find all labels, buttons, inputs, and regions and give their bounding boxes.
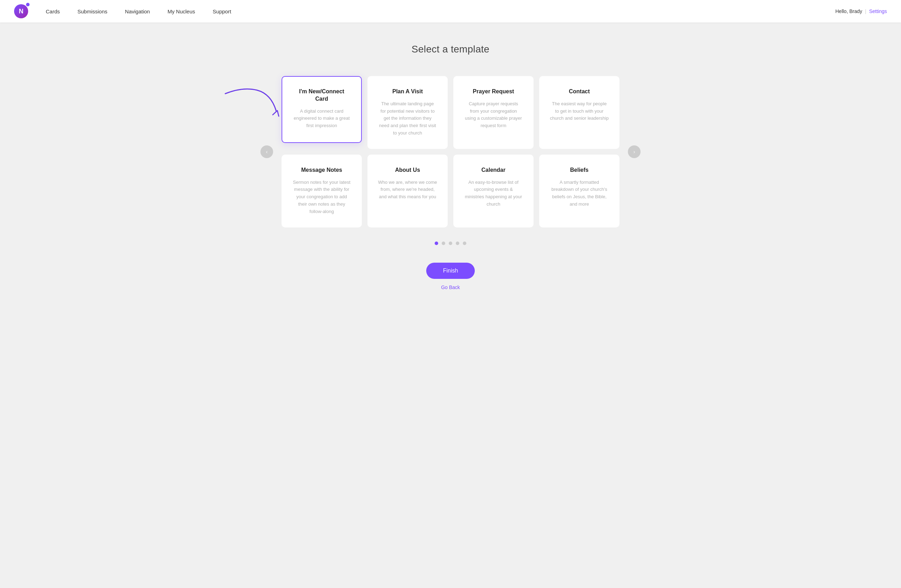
navbar: N Cards Submissions Navigation My Nucleu…	[0, 0, 901, 23]
go-back-link[interactable]: Go Back	[441, 284, 460, 290]
card-calendar[interactable]: Calendar An easy-to-browse list of upcom…	[453, 154, 533, 228]
card-wrapper-im-new: I'm New/Connect Card A digital connect c…	[282, 76, 362, 149]
card-plan-a-visit-desc: The ultimate landing page for potential …	[378, 100, 437, 137]
arrow-annotation	[222, 83, 285, 125]
nav-my-nucleus[interactable]: My Nucleus	[168, 8, 195, 14]
card-im-new-desc: A digital connect card engineered to mak…	[292, 108, 351, 129]
card-calendar-desc: An easy-to-browse list of upcoming event…	[464, 179, 523, 208]
card-beliefs-desc: A smartly formatted breakdown of your ch…	[550, 179, 609, 208]
card-plan-a-visit-title: Plan A Visit	[393, 88, 423, 95]
logo[interactable]: N	[14, 4, 28, 18]
nav-divider: |	[865, 8, 867, 14]
nav-submissions[interactable]: Submissions	[78, 8, 108, 14]
dot-4[interactable]	[456, 242, 459, 245]
card-beliefs-title: Beliefs	[570, 167, 588, 174]
card-contact-desc: The easiest way for people to get in tou…	[550, 100, 609, 122]
card-message-notes[interactable]: Message Notes Sermon notes for your late…	[282, 154, 362, 228]
nav-right: Hello, Brady | Settings	[836, 8, 887, 14]
card-contact-title: Contact	[569, 88, 590, 95]
card-about-us[interactable]: About Us Who we are, where we come from,…	[368, 154, 448, 228]
card-message-notes-desc: Sermon notes for your latest message wit…	[292, 179, 351, 215]
card-im-new[interactable]: I'm New/Connect Card A digital connect c…	[282, 76, 362, 143]
carousel-wrapper: ‹ I'm New/Connect Card A digital connect…	[282, 76, 619, 228]
settings-link[interactable]: Settings	[869, 8, 887, 14]
card-contact[interactable]: Contact The easiest way for people to ge…	[539, 76, 619, 149]
card-message-notes-title: Message Notes	[301, 167, 343, 174]
next-arrow-button[interactable]: ›	[628, 145, 641, 158]
card-about-us-title: About Us	[395, 167, 420, 174]
dot-1[interactable]	[435, 242, 438, 245]
dots-container	[435, 242, 466, 245]
prev-arrow-icon: ‹	[266, 149, 268, 154]
card-prayer-request-desc: Capture prayer requests from your congre…	[464, 100, 523, 129]
nav-links: Cards Submissions Navigation My Nucleus …	[46, 8, 836, 14]
card-plan-a-visit[interactable]: Plan A Visit The ultimate landing page f…	[368, 76, 448, 149]
page-title: Select a template	[412, 44, 489, 55]
nav-support[interactable]: Support	[213, 8, 231, 14]
prev-arrow-button[interactable]: ‹	[260, 145, 273, 158]
logo-circle: N	[14, 4, 28, 18]
logo-letter: N	[19, 8, 23, 15]
card-calendar-title: Calendar	[482, 167, 505, 174]
cards-grid: I'm New/Connect Card A digital connect c…	[282, 76, 619, 228]
card-im-new-title: I'm New/Connect Card	[292, 88, 351, 103]
card-prayer-request[interactable]: Prayer Request Capture prayer requests f…	[453, 76, 533, 149]
card-prayer-request-title: Prayer Request	[473, 88, 514, 95]
dot-5[interactable]	[463, 242, 466, 245]
nav-cards[interactable]: Cards	[46, 8, 60, 14]
greeting: Hello, Brady	[836, 8, 862, 14]
nav-navigation[interactable]: Navigation	[125, 8, 150, 14]
main-content: Select a template ‹ I'm New/Connect Card…	[0, 23, 901, 304]
next-arrow-icon: ›	[633, 149, 635, 154]
card-beliefs[interactable]: Beliefs A smartly formatted breakdown of…	[539, 154, 619, 228]
dot-3[interactable]	[449, 242, 452, 245]
dot-2[interactable]	[442, 242, 445, 245]
card-about-us-desc: Who we are, where we come from, where we…	[378, 179, 437, 201]
finish-button[interactable]: Finish	[426, 263, 475, 279]
